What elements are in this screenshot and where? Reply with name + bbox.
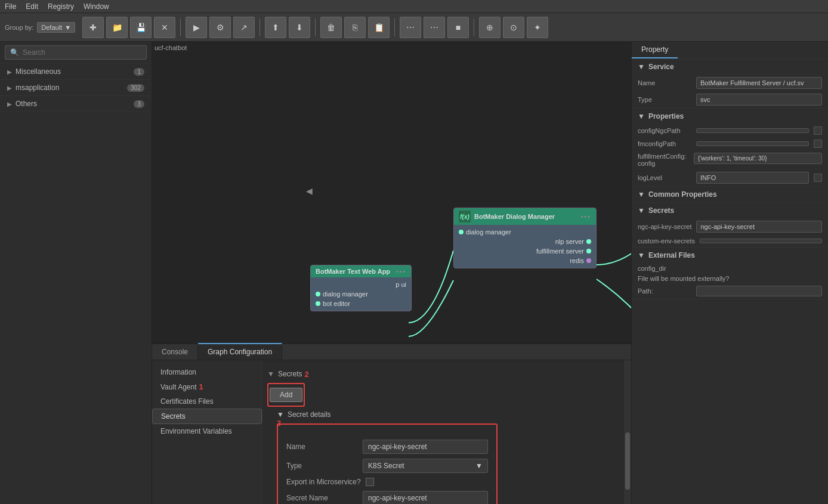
prop-check-0[interactable] <box>814 126 822 135</box>
menu-registry[interactable]: Registry <box>48 2 74 11</box>
secrets-section-row: ▼ Secrets 2 <box>267 365 619 383</box>
search-box: 🔍 <box>0 42 152 64</box>
property-tabs: Property <box>632 42 828 59</box>
nav-env-vars[interactable]: Environment Variables <box>152 424 262 438</box>
group-by-label: Group by: <box>5 24 33 31</box>
bottom-left-nav: Information Vault Agent 1 Certificates F… <box>152 360 262 504</box>
toolbar-sep2 <box>259 18 260 36</box>
service-section-header: ▼ Service <box>632 59 828 75</box>
service-name-field: Name BotMaker Fulfillment Server / ucf.s… <box>632 75 828 91</box>
sidebar-item-label: msapplication <box>16 84 127 92</box>
toolbar-play[interactable]: ▶ <box>186 17 207 38</box>
sidebar-item-miscellaneous[interactable]: ▶ Miscellaneous 1 <box>0 64 152 80</box>
right-section-properties: ▼ Properties configNgcPath fmconfigPath … <box>632 109 828 187</box>
port-redis: redis <box>454 256 596 265</box>
prop-check-3[interactable] <box>814 174 822 182</box>
arrow-icon: ▼ <box>638 63 645 71</box>
menu-file[interactable]: File <box>5 2 16 11</box>
secrets-section-header: ▼ Secrets <box>267 367 302 381</box>
search-icon: 🔍 <box>10 48 19 57</box>
chevron-right-icon: ▶ <box>7 69 12 75</box>
secret-label-0: ngc-api-key-secret <box>638 223 691 230</box>
graph-canvas[interactable]: ucf-chatbot f(x) BotMaker NLP S <box>152 42 631 343</box>
form-label-export: Export in Microservice? <box>286 478 361 486</box>
prop-fmconfig: fmconfigPath <box>632 137 828 150</box>
step2-label: 2 <box>305 370 309 379</box>
toolbar-crosshair[interactable]: ⊕ <box>479 17 500 38</box>
config-dir-row: config_dir <box>632 263 828 274</box>
node-dots2: ••• <box>396 268 406 275</box>
toolbar-star[interactable]: ✦ <box>527 17 548 38</box>
function-icon2: f(x) <box>459 211 471 222</box>
toolbar-settings[interactable]: ⚙ <box>209 17 231 38</box>
toolbar-delete[interactable]: 🗑 <box>320 17 342 38</box>
scrollbar-thumb[interactable] <box>625 432 630 490</box>
prop-label-3: logLevel <box>638 174 691 181</box>
form-select-type[interactable]: K8S Secret ▼ <box>363 459 488 473</box>
menu-edit[interactable]: Edit <box>26 2 38 11</box>
toolbar-copy[interactable]: ⎘ <box>344 17 366 38</box>
path-label: Path: <box>638 287 691 295</box>
form-label-name: Name <box>286 443 358 451</box>
tab-graph-config[interactable]: Graph Configuration <box>198 343 282 360</box>
arrow-icon5: ▼ <box>638 251 645 259</box>
external-files-header: ▼ External Files <box>632 248 828 263</box>
toolbar-export[interactable]: ↗ <box>233 17 255 38</box>
toolbar-paste[interactable]: 📋 <box>368 17 390 38</box>
form-input-name[interactable] <box>363 440 488 454</box>
node-title-webapp: BotMaker Text Web App <box>316 268 390 275</box>
group-by-select[interactable]: Default ▼ <box>37 22 75 33</box>
export-checkbox[interactable] <box>366 478 374 486</box>
bottom-tabs: Console Graph Configuration <box>152 344 631 360</box>
graph-node-webapp[interactable]: BotMaker Text Web App ••• p ui dialog ma… <box>310 265 412 311</box>
form-input-secret-name[interactable] <box>363 491 488 504</box>
toolbar-target[interactable]: ⊙ <box>503 17 524 38</box>
nav-information[interactable]: Information <box>152 365 262 379</box>
menu-bar: File Edit Registry Window <box>0 0 828 13</box>
port-dot-fulfillment <box>586 249 591 253</box>
toolbar-sep5 <box>474 18 474 36</box>
toolbar-close[interactable]: ✕ <box>154 17 175 38</box>
bottom-content: Information Vault Agent 1 Certificates F… <box>152 360 631 504</box>
search-input[interactable] <box>23 48 141 57</box>
sidebar-item-msapplication[interactable]: ▶ msapplication 302 <box>0 80 152 96</box>
nav-vault-agent[interactable]: Vault Agent 1 <box>152 379 262 394</box>
path-input[interactable] <box>696 286 822 296</box>
menu-window[interactable]: Window <box>84 2 109 11</box>
tab-console[interactable]: Console <box>152 344 198 360</box>
right-section-secrets: ▼ Secrets ngc-api-key-secret ngc-api-key… <box>632 203 828 248</box>
form-row-name: Name <box>282 437 493 456</box>
prop-value-1 <box>696 141 809 146</box>
graph-node-dialog[interactable]: f(x) BotMaker Dialog Manager ••• dialog … <box>453 208 597 268</box>
secret-value-0: ngc-api-key-secret <box>696 221 822 233</box>
nav-secrets[interactable]: Secrets <box>152 409 262 424</box>
toolbar-down[interactable]: ⬇ <box>289 17 310 38</box>
toolbar-sep4 <box>394 18 395 36</box>
prop-check-1[interactable] <box>814 140 822 148</box>
toolbar-more1[interactable]: ⋯ <box>400 17 421 38</box>
secret-value-1 <box>700 239 822 243</box>
prop-value-0 <box>696 128 809 133</box>
form-row-type: Type K8S Secret ▼ <box>282 456 493 475</box>
node-body-webapp: p ui dialog manager bot editor <box>311 277 411 311</box>
sidebar-item-count: 3 <box>134 100 144 108</box>
properties-label: Properties <box>648 112 684 120</box>
node-body-dialog: dialog manager nlp server fulfillment se… <box>454 225 596 268</box>
toolbar-square[interactable]: ■ <box>447 17 469 38</box>
prop-label-0: configNgcPath <box>638 127 691 134</box>
form-label-type: Type <box>286 462 358 470</box>
canvas-area: ucf-chatbot f(x) BotMaker NLP S <box>152 42 631 504</box>
toolbar-new[interactable]: ✚ <box>82 17 104 38</box>
prop-value-3: INFO <box>696 172 809 184</box>
toolbar-more2[interactable]: ⋯ <box>424 17 445 38</box>
arrow-icon3: ▼ <box>638 190 645 199</box>
form-row-secret-name: Secret Name <box>282 488 493 504</box>
nav-certificates[interactable]: Certificates Files <box>152 394 262 409</box>
sidebar-item-others[interactable]: ▶ Others 3 <box>0 96 152 112</box>
toolbar-up[interactable]: ⬆ <box>265 17 286 38</box>
collapse-arrow[interactable]: ◀ <box>306 186 313 196</box>
tab-property[interactable]: Property <box>632 42 678 58</box>
toolbar-save[interactable]: 💾 <box>130 17 152 38</box>
add-button[interactable]: Add <box>270 388 302 402</box>
toolbar-open[interactable]: 📁 <box>106 17 128 38</box>
